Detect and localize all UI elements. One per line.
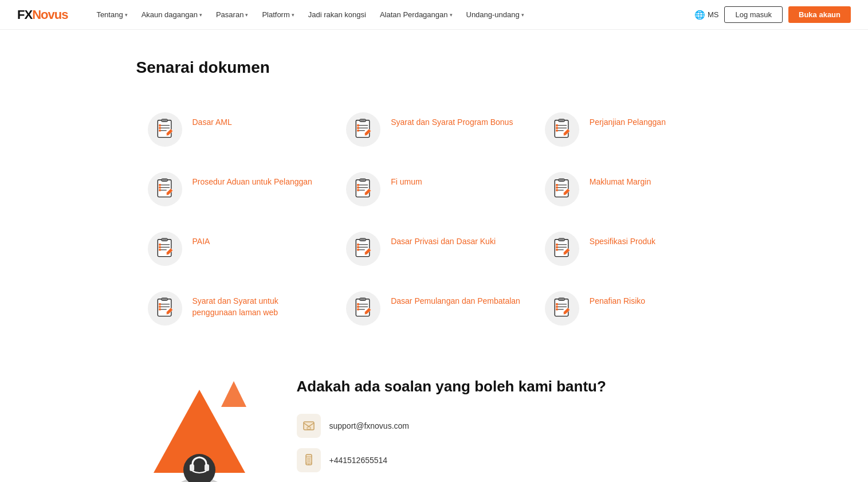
chevron-down-icon: ▾ [199, 12, 202, 18]
email-contact[interactable]: support@fxnovus.com [297, 414, 732, 438]
nav-pasaran[interactable]: Pasaran ▾ [210, 7, 254, 22]
svg-rect-49 [161, 238, 167, 241]
svg-rect-57 [360, 238, 366, 241]
svg-rect-54 [159, 246, 161, 248]
doc-icon-perjanjian [545, 112, 579, 147]
doc-icon-syarat-bonus [346, 112, 380, 147]
doc-icon-prosedur [148, 172, 182, 206]
svg-rect-101 [205, 464, 209, 471]
phone-icon [297, 448, 321, 472]
doc-link-perjanjian[interactable]: Perjanjian Pelanggan [590, 112, 666, 128]
svg-point-109 [308, 458, 309, 459]
svg-marker-97 [221, 381, 246, 407]
login-button[interactable]: Log masuk [724, 6, 783, 23]
svg-rect-9 [360, 119, 366, 122]
doc-icon-fi-umum [346, 172, 380, 206]
doc-item-perjanjian[interactable]: Perjanjian Pelanggan [533, 100, 732, 159]
chevron-down-icon: ▾ [125, 12, 128, 18]
navbar: FXNovus Tentang ▾ Akaun dagangan ▾ Pasar… [0, 0, 868, 30]
doc-icon-dasar-privasi [346, 232, 380, 266]
chevron-down-icon: ▾ [245, 12, 248, 18]
doc-link-spesifikasi[interactable]: Spesifikasi Produk [590, 232, 655, 248]
doc-item-fi-umum[interactable]: Fi umum [335, 159, 533, 219]
doc-item-penafian[interactable]: Penafian Risiko [533, 279, 732, 338]
svg-rect-14 [357, 127, 359, 129]
svg-rect-94 [556, 305, 558, 308]
doc-link-dasar-pemulangan[interactable]: Dasar Pemulangan dan Pembatalan [391, 291, 520, 307]
register-button[interactable]: Buka akaun [788, 6, 851, 23]
doc-item-syarat-laman[interactable]: Syarat dan Syarat untuk penggunaan laman… [136, 279, 335, 338]
svg-rect-89 [558, 298, 564, 301]
doc-link-penafian[interactable]: Penafian Risiko [590, 291, 645, 307]
nav-links: Tentang ▾ Akaun dagangan ▾ Pasaran ▾ Pla… [91, 7, 694, 22]
svg-rect-6 [159, 127, 161, 129]
svg-rect-15 [357, 130, 359, 132]
doc-item-dasar-pemulangan[interactable]: Dasar Pemulangan dan Pembatalan [335, 279, 533, 338]
logo[interactable]: FXNovus [17, 7, 68, 22]
email-icon [297, 414, 321, 438]
svg-rect-17 [558, 119, 564, 122]
svg-rect-21 [556, 124, 558, 127]
svg-rect-62 [357, 246, 359, 248]
svg-rect-25 [161, 179, 167, 182]
phone-contact[interactable]: +441512655514 [297, 448, 732, 472]
main-content: Senarai dokumen Dasar AML [91, 30, 778, 482]
doc-link-maklumat-margin[interactable]: Maklumat Margin [590, 172, 651, 188]
support-info: Adakah ada soalan yang boleh kami bantu?… [297, 377, 732, 482]
doc-item-syarat-bonus[interactable]: Syarat dan Syarat Program Bonus [335, 100, 533, 159]
doc-link-fi-umum[interactable]: Fi umum [391, 172, 422, 188]
globe-icon: 🌐 [694, 10, 705, 20]
nav-right: 🌐 MS Log masuk Buka akaun [694, 6, 851, 23]
svg-rect-61 [357, 244, 359, 246]
doc-item-paia[interactable]: PAIA [136, 219, 335, 279]
document-grid: Dasar AML Syarat dan Syarat Program Bonu… [136, 100, 732, 338]
doc-item-spesifikasi[interactable]: Spesifikasi Produk [533, 219, 732, 279]
support-illustration [136, 373, 262, 482]
nav-rakan[interactable]: Jadi rakan kongsi [303, 7, 372, 22]
svg-rect-81 [360, 298, 366, 301]
svg-point-110 [309, 458, 311, 459]
doc-link-syarat-bonus[interactable]: Syarat dan Syarat Program Bonus [391, 112, 513, 128]
svg-rect-33 [360, 179, 366, 182]
doc-icon-maklumat-margin [545, 172, 579, 206]
doc-link-paia[interactable]: PAIA [193, 232, 210, 248]
svg-rect-29 [159, 184, 161, 186]
doc-link-syarat-laman[interactable]: Syarat dan Syarat untuk penggunaan laman… [193, 291, 324, 318]
svg-rect-22 [556, 127, 558, 129]
svg-rect-78 [159, 305, 161, 308]
svg-rect-69 [556, 244, 558, 246]
svg-rect-85 [357, 303, 359, 305]
doc-item-prosedur[interactable]: Prosedur Aduan untuk Pelanggan [136, 159, 335, 219]
support-title: Adakah ada soalan yang boleh kami bantu? [297, 377, 732, 397]
svg-rect-63 [357, 249, 359, 251]
doc-icon-dasar-pemulangan [346, 291, 380, 326]
nav-undang[interactable]: Undang-undang ▾ [461, 7, 530, 22]
svg-rect-37 [357, 184, 359, 186]
svg-point-111 [307, 460, 308, 461]
doc-item-dasar-aml[interactable]: Dasar AML [136, 100, 335, 159]
svg-rect-77 [159, 303, 161, 305]
nav-alatan[interactable]: Alatan Perdagangan ▾ [374, 7, 458, 22]
svg-rect-53 [159, 244, 161, 246]
doc-icon-dasar-aml [148, 112, 182, 147]
svg-point-114 [307, 461, 308, 462]
nav-tentang[interactable]: Tentang ▾ [91, 7, 133, 22]
logo-novus: Novus [32, 7, 68, 22]
svg-rect-13 [357, 124, 359, 127]
doc-link-dasar-aml[interactable]: Dasar AML [193, 112, 232, 128]
chevron-down-icon: ▾ [292, 12, 294, 18]
doc-link-dasar-privasi[interactable]: Dasar Privasi dan Dasar Kuki [391, 232, 496, 248]
svg-rect-39 [357, 189, 359, 191]
svg-rect-31 [159, 189, 161, 191]
doc-item-maklumat-margin[interactable]: Maklumat Margin [533, 159, 732, 219]
svg-rect-71 [556, 249, 558, 251]
doc-link-prosedur[interactable]: Prosedur Aduan untuk Pelanggan [193, 172, 312, 188]
nav-platform[interactable]: Platform ▾ [256, 7, 300, 22]
doc-item-dasar-privasi[interactable]: Dasar Privasi dan Dasar Kuki [335, 219, 533, 279]
svg-rect-86 [357, 305, 359, 308]
svg-point-113 [309, 460, 311, 461]
nav-akaun[interactable]: Akaun dagangan ▾ [136, 7, 208, 22]
svg-rect-103 [307, 427, 311, 429]
language-selector[interactable]: 🌐 MS [694, 10, 719, 20]
svg-rect-7 [159, 130, 161, 132]
